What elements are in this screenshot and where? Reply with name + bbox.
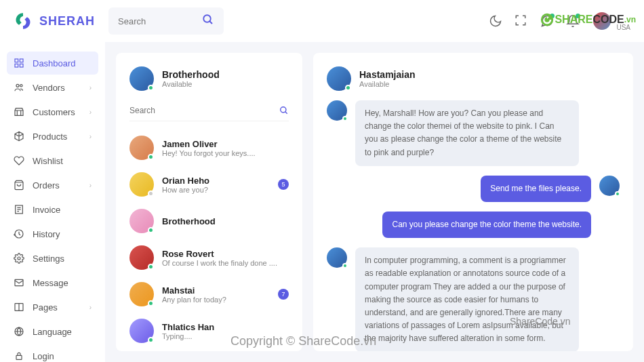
sidebar-item-orders[interactable]: Orders› [7, 174, 98, 197]
heart-icon [14, 155, 24, 166]
sidebar-item-history[interactable]: History [7, 222, 98, 245]
global-search-input[interactable] [118, 16, 186, 26]
message-row: Can you please change the color theme th… [327, 212, 620, 238]
dark-mode-icon[interactable] [489, 14, 502, 28]
sidebar-item-login[interactable]: Login [7, 344, 98, 362]
svg-point-6 [16, 84, 19, 87]
chat-peer-avatar[interactable] [327, 66, 351, 91]
sidebar-item-products[interactable]: Products› [7, 125, 98, 148]
sidebar-item-language[interactable]: Language [7, 320, 98, 343]
contact-avatar [129, 282, 154, 306]
message-row: Hey, Marshall! How are you? Can you plea… [327, 100, 620, 166]
products-icon [14, 131, 24, 142]
fullscreen-icon[interactable] [515, 14, 528, 28]
chat-panel: Hastamjaian Available Hey, Marshall! How… [313, 53, 633, 351]
sidebar-nav: DashboardVendors›Customers›Products›Wish… [0, 42, 105, 362]
current-user-status: Available [162, 80, 220, 88]
contact-item[interactable]: Orian HehoHow are you?5 [129, 166, 289, 203]
sidebar-item-label: Settings [33, 254, 64, 264]
contact-avatar [129, 136, 154, 160]
customers-icon [14, 106, 24, 117]
contact-avatar [129, 319, 154, 343]
sidebar-item-label: Login [33, 351, 54, 361]
sidebar-item-pages[interactable]: Pages› [7, 296, 98, 319]
sidebar-item-settings[interactable]: Settings [7, 247, 98, 270]
chevron-right-icon: › [89, 304, 92, 311]
message-row: In computer programming, a comment is a … [327, 247, 620, 351]
contact-item[interactable]: Atlamtan JhonSent to your all files a ..… [129, 349, 289, 351]
global-search[interactable] [108, 7, 224, 35]
sidebar-item-vendors[interactable]: Vendors› [7, 76, 98, 99]
sidebar-item-label: Invoice [33, 205, 60, 215]
sidebar-item-label: History [33, 229, 60, 239]
svg-rect-18 [16, 355, 22, 359]
unread-badge: 7 [278, 289, 289, 300]
search-icon[interactable] [202, 14, 214, 28]
sidebar-item-wishlist[interactable]: Wishlist [7, 149, 98, 172]
svg-point-19 [281, 107, 286, 113]
invoice-icon [14, 204, 24, 215]
contact-name: Jamen Oliver [162, 139, 289, 149]
svg-point-13 [18, 257, 20, 260]
brand-name: SHERAH [39, 14, 95, 28]
sidebar-item-invoice[interactable]: Invoice [7, 198, 98, 221]
contact-item[interactable]: Thlatics HanTyping.... [129, 313, 289, 349]
sharecode-logo: SHARECODE.vn [540, 12, 636, 27]
search-icon[interactable] [279, 106, 289, 115]
contact-item[interactable]: Brotherhood [129, 203, 289, 239]
contact-avatar [129, 209, 154, 233]
contacts-search-input[interactable] [129, 106, 279, 115]
message-bubble: Send me the files please. [481, 176, 591, 202]
unread-badge: 5 [278, 179, 289, 190]
contact-item[interactable]: Jamen OliverHey! You forgot your keys...… [129, 129, 289, 166]
vendors-icon [14, 82, 24, 93]
chevron-right-icon: › [89, 182, 92, 189]
contact-preview: Typing.... [162, 332, 289, 340]
sidebar-item-label: Message [33, 278, 68, 288]
current-user-avatar[interactable] [129, 66, 154, 91]
message-avatar [327, 100, 347, 121]
svg-rect-3 [20, 59, 23, 62]
contact-name: Thlatics Han [162, 322, 289, 332]
contact-name: Rose Rovert [162, 249, 289, 259]
sidebar-item-message[interactable]: Message [7, 271, 98, 294]
pages-icon [14, 302, 24, 313]
message-bubble: Can you please change the color theme th… [382, 212, 591, 238]
chevron-right-icon: › [89, 108, 92, 116]
sidebar-item-label: Orders [33, 180, 60, 190]
contact-name: Brotherhood [162, 216, 289, 226]
sidebar-item-dashboard[interactable]: Dashboard [7, 52, 98, 75]
contact-name: Orian Heho [162, 176, 270, 186]
svg-rect-2 [15, 59, 18, 62]
contacts-search[interactable] [129, 100, 289, 121]
svg-line-20 [285, 112, 287, 114]
orders-icon [14, 180, 24, 190]
brand-logo-icon [14, 12, 33, 31]
contact-avatar [129, 245, 154, 270]
contact-item[interactable]: Rose RovertOf course I work the finaly d… [129, 239, 289, 276]
contact-preview: How are you? [162, 186, 270, 194]
contact-preview: Hey! You forgot your keys.... [162, 149, 289, 157]
login-icon [14, 350, 24, 361]
sidebar-item-label: Pages [33, 302, 58, 313]
brand-logo[interactable]: SHERAH [14, 12, 95, 31]
sidebar-item-customers[interactable]: Customers› [7, 100, 98, 123]
contact-name: Mahstai [162, 285, 270, 296]
contacts-panel: Brotherhood Available Jamen OliverHey! Y… [116, 53, 302, 351]
chat-header: Hastamjaian Available [327, 66, 620, 91]
svg-point-0 [203, 15, 211, 22]
sidebar-item-label: Dashboard [33, 58, 76, 68]
sidebar-item-label: Products [33, 132, 67, 142]
svg-line-1 [209, 21, 212, 24]
chevron-right-icon: › [89, 133, 92, 140]
sidebar-item-label: Language [33, 327, 72, 337]
chevron-right-icon: › [89, 84, 92, 92]
chat-peer-status: Available [359, 80, 415, 88]
sharecode-logo-icon [540, 12, 555, 27]
sidebar-item-label: Customers [33, 107, 75, 117]
svg-rect-4 [20, 64, 23, 67]
chat-peer-name: Hastamjaian [359, 69, 415, 80]
message-icon [14, 277, 24, 288]
message-row: Send me the files please. [327, 176, 620, 202]
contact-item[interactable]: MahstaiAny plan for today?7 [129, 276, 289, 313]
